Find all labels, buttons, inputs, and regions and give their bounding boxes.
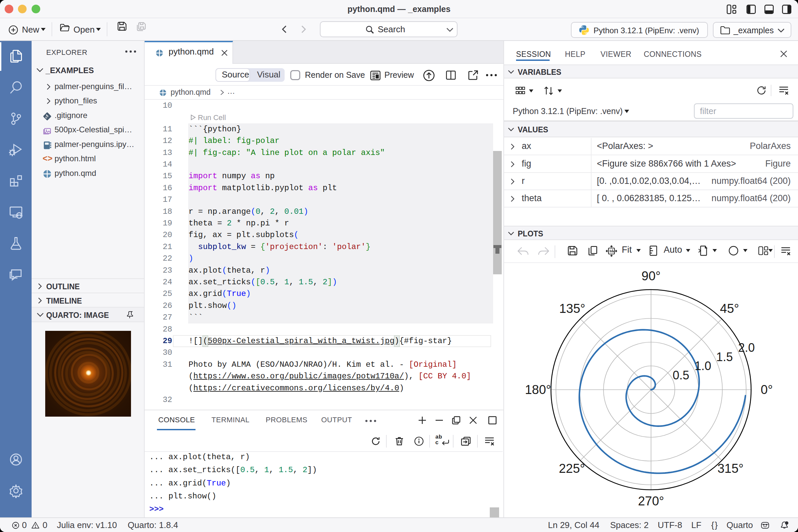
svg-text:1.0: 1.0	[695, 359, 711, 373]
svg-text:135°: 135°	[559, 302, 586, 316]
svg-text:90°: 90°	[641, 269, 660, 283]
svg-text:2.0: 2.0	[738, 341, 755, 355]
svg-text:0.5: 0.5	[673, 368, 689, 382]
svg-text:45°: 45°	[720, 302, 739, 316]
svg-text:1.5: 1.5	[716, 350, 733, 364]
svg-text:0°: 0°	[761, 383, 773, 397]
svg-text:270°: 270°	[638, 494, 664, 508]
svg-text:225°: 225°	[559, 461, 585, 475]
svg-text:180°: 180°	[525, 383, 551, 397]
svg-text:315°: 315°	[718, 461, 744, 475]
